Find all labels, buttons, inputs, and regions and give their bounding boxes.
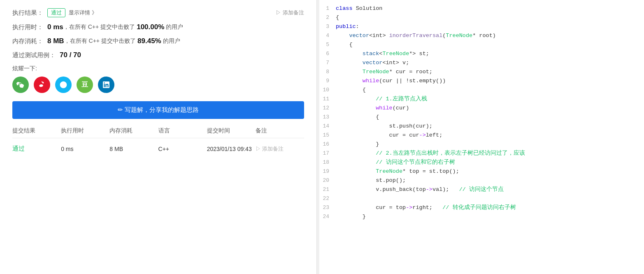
line-content: st.push(cur); <box>336 122 644 131</box>
row-time: 0 ms <box>61 146 109 152</box>
code-line: 22 <box>319 194 644 203</box>
line-content: class Solution <box>336 4 644 13</box>
write-solution-button[interactable]: ✏ 写题解，分享我的解题思路 <box>12 101 304 119</box>
code-line: 18 // 访问这个节点和它的右子树 <box>319 158 644 167</box>
col-note: 备注 <box>256 127 304 135</box>
left-panel: 执行结果： 通过 显示详情 》 ▷ 添加备注 执行用时： 0 ms ，在所有 C… <box>0 0 317 274</box>
line-number: 23 <box>319 203 336 212</box>
line-content: vector<int> v; <box>336 58 644 67</box>
code-line: 5 { <box>319 40 644 49</box>
table-header: 提交结果 执行用时 内存消耗 语言 提交时间 备注 <box>12 127 304 138</box>
row-add-note[interactable]: ▷ 添加备注 <box>256 145 304 153</box>
code-line: 8 TreeNode* cur = root; <box>319 67 644 77</box>
col-submit-time: 提交时间 <box>207 127 256 135</box>
line-number: 18 <box>319 158 336 167</box>
line-number: 9 <box>319 77 336 86</box>
code-editor: 1class Solution2{3public:4 vector<int> i… <box>319 0 644 274</box>
share-label: 炫耀一下: <box>12 65 304 72</box>
line-number: 19 <box>319 167 336 176</box>
code-line: 6 stack<TreeNode*> st; <box>319 49 644 58</box>
line-number: 3 <box>319 22 336 31</box>
line-content: cur = cur->left; <box>336 131 644 140</box>
add-note-button[interactable]: ▷ 添加备注 <box>276 9 304 16</box>
line-content: { <box>336 40 644 49</box>
line-content: public: <box>336 22 644 31</box>
line-number: 4 <box>319 31 336 40</box>
douban-icon[interactable]: 豆 <box>77 77 93 93</box>
code-line: 3public: <box>319 22 644 31</box>
col-result: 提交结果 <box>12 127 61 135</box>
line-number: 6 <box>319 49 336 58</box>
mem-unit: 的用户 <box>163 37 180 45</box>
test-row: 通过测试用例： 70 / 70 <box>12 51 304 59</box>
row-submit-time: 2023/01/13 09:43 <box>207 146 256 152</box>
code-line: 19 TreeNode* top = st.top(); <box>319 167 644 176</box>
exec-result-label: 执行结果： <box>12 9 43 17</box>
code-line: 11 // 1.左路节点入栈 <box>319 95 644 104</box>
test-label: 通过测试用例： <box>12 51 56 59</box>
line-content: // 访问这个节点和它的右子树 <box>336 158 644 167</box>
code-line: 10 { <box>319 86 644 95</box>
line-number: 8 <box>319 67 336 77</box>
code-line: 13 { <box>319 113 644 122</box>
mem-pct: 89.45% <box>137 37 161 45</box>
exec-time-unit: 的用户 <box>166 23 183 31</box>
code-line: 20 st.pop(); <box>319 176 644 185</box>
col-mem: 内存消耗 <box>109 127 158 135</box>
line-number: 21 <box>319 185 336 194</box>
line-content: v.push_back(top->val); // 访问这个节点 <box>336 185 644 194</box>
line-number: 15 <box>319 131 336 140</box>
qq-icon[interactable] <box>55 77 72 93</box>
line-content: stack<TreeNode*> st; <box>336 49 644 58</box>
line-content: // 1.左路节点入栈 <box>336 95 644 104</box>
line-content: while(cur || !st.empty()) <box>336 77 644 86</box>
wechat-icon[interactable] <box>12 77 29 93</box>
line-number: 5 <box>319 40 336 49</box>
line-number: 22 <box>319 194 336 203</box>
test-value: 70 / 70 <box>60 51 81 59</box>
show-detail-link[interactable]: 显示详情 》 <box>69 9 97 16</box>
exec-time-pct: 100.00% <box>137 23 164 31</box>
code-line: 17 // 2.当左路节点出栈时，表示左子树已经访问过了，应该 <box>319 149 644 158</box>
social-icons: 豆 <box>12 77 304 93</box>
code-line: 15 cur = cur->left; <box>319 131 644 140</box>
line-content: } <box>336 140 644 149</box>
line-number: 16 <box>319 140 336 149</box>
share-section: 炫耀一下: 豆 <box>12 65 304 93</box>
line-content: TreeNode* top = st.top(); <box>336 167 644 176</box>
line-content: cur = top->right; // 转化成子问题访问右子树 <box>336 203 644 212</box>
line-number: 7 <box>319 58 336 67</box>
line-number: 1 <box>319 4 336 13</box>
line-content: while(cur) <box>336 104 644 113</box>
col-time: 执行用时 <box>61 127 109 135</box>
line-number: 24 <box>319 212 336 221</box>
line-content: } <box>336 212 644 221</box>
code-line: 7 vector<int> v; <box>319 58 644 67</box>
line-content: { <box>336 13 644 22</box>
mem-desc: ，在所有 C++ 提交中击败了 <box>64 37 136 45</box>
line-content: { <box>336 86 644 95</box>
row-mem: 8 MB <box>109 146 158 152</box>
mem-row: 内存消耗： 8 MB ，在所有 C++ 提交中击败了 89.45% 的用户 <box>12 37 304 45</box>
code-line: 4 vector<int> inorderTraversal(TreeNode*… <box>319 31 644 40</box>
linkedin-icon[interactable] <box>98 77 114 93</box>
line-number: 13 <box>319 113 336 122</box>
line-content: vector<int> inorderTraversal(TreeNode* r… <box>336 31 644 40</box>
line-content: st.pop(); <box>336 176 644 185</box>
line-number: 10 <box>319 86 336 95</box>
line-content: TreeNode* cur = root; <box>336 67 644 77</box>
line-number: 20 <box>319 176 336 185</box>
col-lang: 语言 <box>158 127 207 135</box>
code-line: 1class Solution <box>319 4 644 13</box>
line-content: { <box>336 113 644 122</box>
code-line: 23 cur = top->right; // 转化成子问题访问右子树 <box>319 203 644 212</box>
code-container: 1class Solution2{3public:4 vector<int> i… <box>319 0 644 225</box>
code-line: 24 } <box>319 212 644 221</box>
weibo-icon[interactable] <box>34 77 50 93</box>
mem-value: 8 MB <box>47 37 64 45</box>
table-row: 通过 0 ms 8 MB C++ 2023/01/13 09:43 ▷ 添加备注 <box>12 142 304 156</box>
code-line: 9 while(cur || !st.empty()) <box>319 77 644 86</box>
row-result: 通过 <box>12 145 61 153</box>
code-line: 16 } <box>319 140 644 149</box>
exec-result-row: 执行结果： 通过 显示详情 》 ▷ 添加备注 <box>12 8 304 17</box>
